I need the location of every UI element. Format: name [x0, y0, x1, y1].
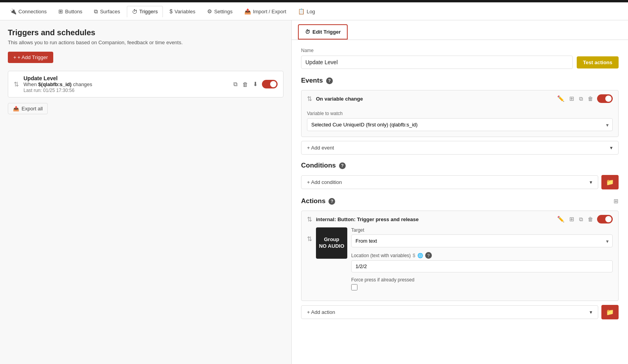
trigger-enable-toggle[interactable] — [262, 80, 278, 88]
add-trigger-button[interactable]: + + Add Trigger — [8, 52, 53, 63]
edit-trigger-icon: ⏱ — [305, 29, 310, 35]
location-field-group: Location (text with variables) $ 🌐 ? — [351, 252, 613, 272]
name-input[interactable] — [301, 56, 573, 69]
location-globe-icon: 🌐 — [417, 253, 423, 258]
delete-trigger-button[interactable]: 🗑 — [242, 80, 249, 88]
name-row: Test actions — [301, 56, 619, 69]
copy-trigger-button[interactable]: ⧉ — [233, 80, 238, 88]
force-press-field-group: Force press if already pressed — [351, 277, 613, 290]
actions-grid-icon[interactable]: ⊞ — [614, 198, 619, 205]
action-body-sort-handle[interactable]: ⇅ — [307, 235, 312, 243]
test-actions-button[interactable]: Test actions — [577, 56, 619, 68]
trigger-item: ⇅ Update Level When $(qlabfb:s_id) chang… — [8, 71, 283, 97]
trigger-name: Update Level — [23, 75, 228, 81]
event-card: ⇅ On variable change ✏️ ⊞ ⧉ 🗑 — [301, 90, 619, 137]
action-edit-icon[interactable]: ✏️ — [556, 215, 565, 223]
event-grid-icon[interactable]: ⊞ — [568, 94, 575, 103]
add-action-button[interactable]: + Add action ▾ — [301, 305, 598, 319]
add-condition-button[interactable]: + Add condition ▾ — [301, 175, 598, 189]
page-title: Triggers and schedules — [8, 28, 283, 37]
triggers-icon: ⏱ — [132, 9, 137, 15]
buttons-icon: ⊞ — [58, 8, 63, 14]
main-nav: 🔌 Connections ⊞ Buttons ⧉ Surfaces ⏱ Tri… — [0, 2, 628, 20]
var-to-watch-label: Variable to watch — [307, 111, 613, 116]
trigger-actions: ⧉ 🗑 ⬇ — [233, 80, 278, 88]
event-delete-icon[interactable]: 🗑 — [587, 95, 594, 103]
add-condition-caret: ▾ — [590, 179, 592, 185]
add-action-caret: ▾ — [590, 309, 592, 315]
action-card: ⇅ internal: Button: Trigger press and re… — [301, 211, 619, 301]
event-card-body: Variable to watch Selected Cue UniqueID … — [301, 107, 618, 137]
trigger-description: When $(qlabfb:s_id) changes Last run: 01… — [23, 81, 228, 93]
nav-surfaces[interactable]: ⧉ Surfaces — [89, 5, 125, 17]
conditions-row: + Add condition ▾ 📁 — [301, 175, 619, 189]
target-field-group: Target From text ▾ — [351, 227, 613, 247]
download-trigger-button[interactable]: ⬇ — [252, 80, 259, 88]
action-delete-icon[interactable]: 🗑 — [587, 215, 594, 223]
name-label: Name — [301, 48, 619, 53]
right-panel: ⏱ Edit Trigger Name Test actions Events … — [292, 20, 628, 364]
export-icon: 📤 — [13, 106, 19, 112]
edit-trigger-tab[interactable]: ⏱ Edit Trigger — [298, 24, 348, 40]
event-toggle[interactable] — [597, 94, 613, 103]
events-help-icon[interactable]: ? — [326, 77, 333, 84]
target-select-wrapper: From text ▾ — [351, 234, 613, 247]
action-folder-button[interactable]: 📁 — [601, 305, 619, 319]
event-title: On variable change — [316, 96, 363, 102]
page-subtitle: This allows you to run actions based on … — [8, 40, 283, 45]
add-event-caret: ▾ — [610, 145, 613, 151]
event-copy-icon[interactable]: ⧉ — [578, 95, 584, 103]
sort-handle[interactable]: ⇅ — [14, 81, 19, 88]
actions-heading: Actions ? — [301, 197, 335, 205]
add-event-button[interactable]: + Add event ▾ — [301, 141, 619, 155]
nav-connections[interactable]: 🔌 Connections — [5, 5, 52, 17]
action-grid-icon[interactable]: ⊞ — [568, 215, 575, 223]
action-toggle[interactable] — [597, 215, 613, 223]
right-content: Name Test actions Events ? ⇅ On — [292, 40, 628, 327]
when-suffix: changes — [72, 81, 92, 87]
actions-row: Actions ? ⊞ — [301, 197, 619, 205]
export-all-button[interactable]: 📤 Export all — [8, 103, 48, 114]
trigger-variable: $(qlabfb:s_id) — [38, 81, 72, 87]
variable-to-watch-select[interactable]: Selected Cue UniqueID (first only) (qlab… — [307, 118, 613, 131]
variables-icon: $ — [170, 8, 173, 14]
location-label: Location (text with variables) $ 🌐 ? — [351, 252, 613, 259]
nav-variables[interactable]: $ Variables — [164, 5, 200, 17]
connections-icon: 🔌 — [10, 8, 16, 14]
condition-folder-button[interactable]: 📁 — [601, 175, 619, 189]
event-icons: ✏️ ⊞ ⧉ 🗑 — [556, 94, 613, 103]
location-help-icon[interactable]: ? — [425, 252, 432, 259]
target-label: Target — [351, 227, 613, 233]
action-card-header: ⇅ internal: Button: Trigger press and re… — [301, 211, 618, 227]
force-press-checkbox-wrapper — [351, 284, 613, 290]
action-title: internal: Button: Trigger press and rele… — [316, 216, 419, 222]
main-layout: Triggers and schedules This allows you t… — [0, 20, 628, 364]
nav-buttons[interactable]: ⊞ Buttons — [53, 5, 87, 17]
add-trigger-icon: + — [13, 54, 16, 60]
nav-triggers[interactable]: ⏱ Triggers — [127, 6, 163, 17]
event-sort-handle[interactable]: ⇅ — [307, 95, 312, 103]
folder-icon: 📁 — [606, 179, 614, 186]
variable-to-watch-wrapper: Selected Cue UniqueID (first only) (qlab… — [307, 118, 613, 131]
nav-log[interactable]: 📋 Log — [293, 5, 320, 17]
location-input[interactable] — [351, 260, 613, 272]
event-card-header: ⇅ On variable change ✏️ ⊞ ⧉ 🗑 — [301, 90, 618, 107]
conditions-help-icon[interactable]: ? — [339, 162, 346, 169]
nav-import-export[interactable]: 📤 Import / Export — [239, 5, 291, 17]
log-icon: 📋 — [298, 8, 305, 14]
action-sort-handle[interactable]: ⇅ — [307, 216, 312, 223]
action-preview-line2: NO AUDIO — [319, 243, 345, 249]
force-press-label: Force press if already pressed — [351, 277, 613, 283]
action-copy-icon[interactable]: ⧉ — [578, 215, 584, 223]
when-prefix: When — [23, 81, 38, 87]
action-folder-icon: 📁 — [606, 309, 614, 315]
name-input-wrapper — [301, 56, 573, 69]
location-dollar-icon: $ — [413, 253, 415, 258]
actions-help-icon[interactable]: ? — [328, 198, 335, 205]
event-edit-icon[interactable]: ✏️ — [556, 94, 565, 103]
force-press-checkbox[interactable] — [351, 284, 357, 290]
target-select[interactable]: From text — [351, 234, 613, 247]
surfaces-icon: ⧉ — [94, 8, 98, 15]
left-panel: Triggers and schedules This allows you t… — [0, 20, 292, 364]
nav-settings[interactable]: ⚙ Settings — [202, 5, 238, 17]
